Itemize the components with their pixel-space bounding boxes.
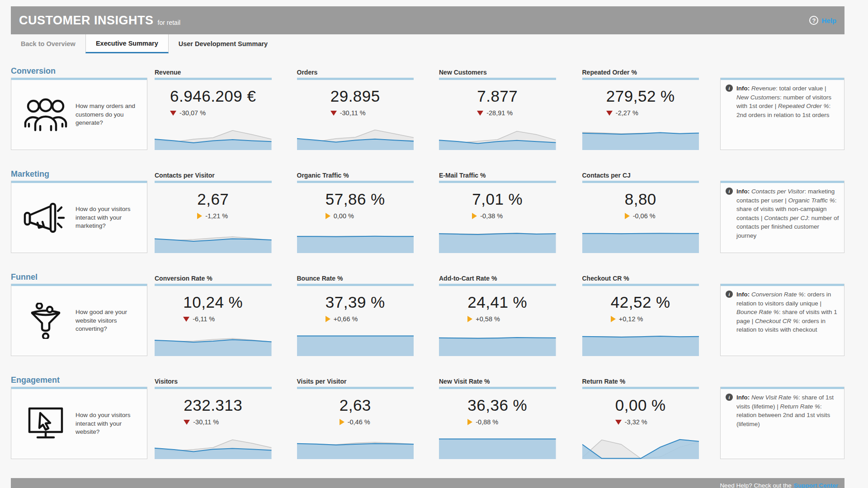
info-icon: i [726,188,733,195]
footer-text: Need Help? Check out the [720,482,791,488]
info-text: Info: Conversion Rate %: orders in relat… [736,290,839,334]
triangle-right-icon [197,213,202,219]
kpi-tile[interactable]: Checkout CR %42,52 %+0,12 % [582,272,699,356]
kpi-row: FunnelHow good are your website visitors… [11,272,844,356]
kpi-title: Repeated Order % [582,69,637,76]
kpi-delta-value: -1,21 % [205,212,228,220]
kpi-value: 7.877 [477,87,518,105]
sparkline-chart [155,438,272,459]
info-box: iInfo: Revenue: total order value | New … [720,78,844,150]
kpi-value: 10,24 % [183,293,243,311]
kpi-value: 232.313 [184,396,242,414]
kpi-value: 36,36 % [467,396,527,414]
kpi-title: Visitors [155,378,178,385]
kpi-tile[interactable]: Repeated Order %279,52 %-2,27 % [582,66,699,150]
kpi-delta: -30,11 % [184,418,242,426]
app-title: CUSTOMER INSIGHTS [19,14,154,28]
kpi-tile[interactable]: Orders29.895-30,11 % [297,66,414,150]
kpi-row: ConversionHow many orders and customers … [11,66,844,150]
section-box: How do your visitors interact with your … [11,181,147,253]
kpi-title: Orders [297,69,318,76]
info-icon: i [726,84,733,92]
triangle-right-icon [467,316,472,322]
kpi-tile[interactable]: E-Mail Traffic %7,01 %-0,38 % [439,169,556,253]
section-title: Conversion [11,66,56,76]
kpi-value: 29.895 [330,87,380,105]
triangle-right-icon [611,316,616,322]
question-circle-icon: ? [809,16,818,25]
kpi-tile[interactable]: New Visit Rate %36,36 %-0,88 % [439,375,556,459]
people-icon [16,97,75,133]
triangle-down-icon [477,111,483,116]
tab-bar: Back to Overview Executive Summary User … [11,34,844,53]
kpi-tile[interactable]: Add-to-Cart Rate %24,41 %+0,58 % [439,272,556,356]
kpi-delta-value: -0,88 % [476,418,498,426]
kpi-delta: -3,32 % [615,418,666,426]
kpi-delta: -30,07 % [170,109,256,117]
kpi-title: Contacts per CJ [582,172,631,179]
info-text: Info: Revenue: total order value | New C… [736,84,839,119]
kpi-value: 279,52 % [606,87,675,105]
section-title: Marketing [11,169,49,179]
kpi-row: MarketingHow do your visitors interact w… [11,169,844,253]
kpi-value: 7,01 % [472,190,523,208]
info-box: iInfo: Conversion Rate %: orders in rela… [720,284,844,356]
sparkline-chart [297,232,414,253]
kpi-tile[interactable]: Conversion Rate %10,24 %-6,11 % [155,272,272,356]
kpi-rows: ConversionHow many orders and customers … [11,53,844,459]
help-label: Help [821,17,836,24]
kpi-delta: -6,11 % [183,315,243,323]
kpi-delta-value: -30,07 % [179,109,206,117]
triangle-right-icon [326,213,330,219]
kpi-delta-value: -3,32 % [625,418,647,426]
kpi-delta-value: -28,91 % [486,109,513,117]
tab-executive-summary[interactable]: Executive Summary [85,34,169,53]
kpi-title: Checkout CR % [582,275,629,282]
info-text: Info: New Visit Rate %: share of 1st vis… [736,393,839,428]
kpi-tile[interactable]: Return Rate %0,00 %-3,32 % [582,375,699,459]
sparkline-chart [582,335,699,356]
sparkline-chart [582,129,699,150]
sparkline-chart [439,129,556,150]
sparkline-chart [297,335,414,356]
triangle-down-icon [184,420,190,425]
section-title: Engagement [11,375,60,385]
triangle-right-icon [340,419,344,425]
kpi-delta: -0,38 % [472,212,523,220]
kpi-tile[interactable]: Revenue6.946.209 €-30,07 % [155,66,272,150]
kpi-row: EngagementHow do your visitors interact … [11,375,844,459]
kpi-tile[interactable]: Visits per Visitor2,63-0,46 % [297,375,414,459]
kpi-value: 37,39 % [326,293,385,311]
kpi-value: 2,63 [340,396,371,414]
kpi-delta: -0,88 % [467,418,527,426]
triangle-down-icon [170,111,176,116]
triangle-right-icon [472,213,477,219]
app-subtitle: for retail [158,19,181,26]
kpi-delta: +0,12 % [611,315,670,323]
kpi-title: New Customers [439,69,487,76]
kpi-delta-value: +0,66 % [334,315,358,323]
kpi-title: Conversion Rate % [155,275,212,282]
kpi-delta-value: +0,58 % [476,315,500,323]
kpi-tile[interactable]: Contacts per Visitor2,67-1,21 % [155,169,272,253]
section-question: How many orders and customers do you gen… [75,102,142,128]
kpi-delta-value: -0,38 % [480,212,503,220]
monitor-cursor-icon [16,406,75,442]
kpi-value: 8,80 [625,190,656,208]
help-button[interactable]: ? Help [809,16,836,25]
triangle-down-icon [183,317,189,322]
tab-back-to-overview[interactable]: Back to Overview [11,34,85,53]
kpi-tile[interactable]: Organic Traffic %57,86 %0,00 % [297,169,414,253]
kpi-title: New Visit Rate % [439,378,490,385]
kpi-value: 24,41 % [467,293,527,311]
kpi-delta-value: -0,46 % [348,418,370,426]
kpi-tile[interactable]: Bounce Rate %37,39 %+0,66 % [297,272,414,356]
tab-user-development-summary[interactable]: User Development Summary [169,34,278,53]
support-center-link[interactable]: Support Center [794,482,838,488]
kpi-tile[interactable]: New Customers7.877-28,91 % [439,66,556,150]
section-title: Funnel [11,272,38,282]
info-text: Info: Contacts per Visitor: marketing co… [736,187,839,240]
kpi-delta: +0,66 % [326,315,385,323]
kpi-tile[interactable]: Contacts per CJ8,80-0,06 % [582,169,699,253]
kpi-tile[interactable]: Visitors232.313-30,11 % [155,375,272,459]
